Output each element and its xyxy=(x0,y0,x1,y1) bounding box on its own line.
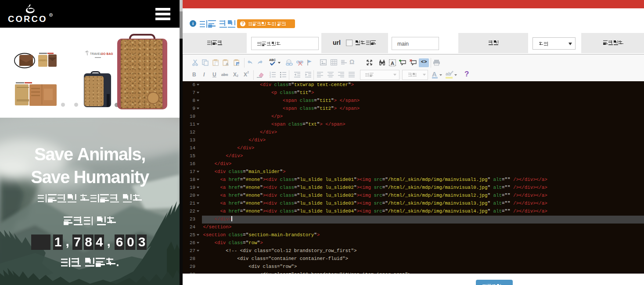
svg-text:A: A xyxy=(391,61,394,66)
svg-text:W: W xyxy=(237,63,240,66)
svg-text:3: 3 xyxy=(270,76,271,78)
svg-text:A: A xyxy=(226,62,229,66)
